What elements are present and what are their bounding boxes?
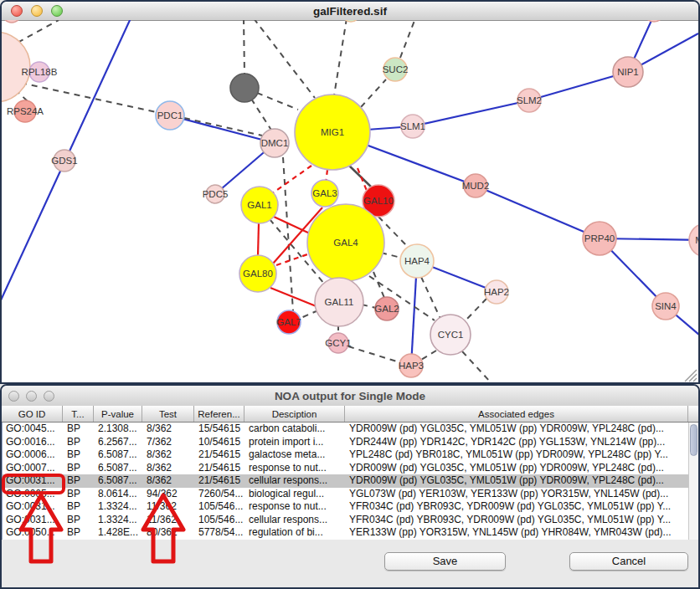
table-row[interactable]: GO:0006...BP6.5087...8/36221/54615galact… xyxy=(3,448,698,462)
graph-node-label: PDC1 xyxy=(157,110,183,120)
network-graph-canvas[interactable]: RPL18BRPS24AGDS1PDC1MIG1SUC2SLM1SLM2NIP1… xyxy=(2,20,698,382)
graph-node-label: MSN xyxy=(695,235,698,245)
graph-edge-dash[interactable] xyxy=(348,346,399,362)
graph-edge-dash[interactable] xyxy=(334,20,347,95)
save-button[interactable]: Save xyxy=(384,552,506,571)
table-cell: 80/362 xyxy=(143,526,195,540)
table-cell: 11/362 xyxy=(143,500,195,514)
traffic-lights-inactive xyxy=(8,386,54,406)
column-header[interactable]: Desciption xyxy=(244,406,345,422)
graph-edge-red[interactable] xyxy=(258,223,259,256)
zoom-button[interactable] xyxy=(51,5,63,17)
table-cell: YDR009W (pd) YGL035C, YML051W (pp) YDR00… xyxy=(346,423,689,436)
table-row[interactable]: GO:0031...BP1.3324...11/362105/546...cel… xyxy=(3,514,698,527)
graph-node-label: RPL18B xyxy=(22,67,58,77)
minimize-button[interactable] xyxy=(31,5,43,17)
graph-node-unlabeled[interactable] xyxy=(230,74,259,102)
noa-output-window: NOA output for Single Mode GO IDT...P-va… xyxy=(0,384,700,589)
graph-edge-dash[interactable] xyxy=(244,20,244,74)
graph-edge-blue[interactable] xyxy=(413,100,529,126)
table-cell: 7/362 xyxy=(143,436,195,449)
noa-window-title: NOA output for Single Mode xyxy=(275,390,425,402)
table-cell: 15/54615 xyxy=(195,423,245,436)
graph-edge-blue[interactable] xyxy=(476,186,600,238)
network-window-titlebar[interactable]: galFiltered.sif xyxy=(2,2,698,21)
graph-edge-dash[interactable] xyxy=(184,118,262,136)
table-row[interactable]: GO:0031...BP6.5087...8/36221/54615cellul… xyxy=(3,474,698,488)
column-header[interactable]: P-value xyxy=(94,406,142,422)
table-cell: response to nut... xyxy=(245,500,346,514)
graph-node-label: GAL1 xyxy=(247,200,271,210)
scrollbar-thumb[interactable] xyxy=(690,424,697,456)
table-header: GO IDT...P-valueTestReferen...Desciption… xyxy=(2,406,698,423)
graph-edge-reddash[interactable] xyxy=(269,166,311,196)
graph-edge-red[interactable] xyxy=(270,288,318,307)
graph-edge-dash[interactable] xyxy=(251,99,272,131)
graph-edge-dash[interactable] xyxy=(299,310,318,319)
table-cell: 94/362 xyxy=(143,488,195,501)
table-row[interactable]: GO:0065...BP8.0614...94/3627260/54...bio… xyxy=(3,488,698,501)
table-cell: BP xyxy=(64,462,95,475)
table-cell: BP xyxy=(64,500,95,514)
minimize-button[interactable] xyxy=(26,391,37,402)
graph-node-unlabeled[interactable] xyxy=(644,20,664,22)
table-row[interactable]: GO:0007...BP6.5087...8/36221/54615respon… xyxy=(3,462,698,475)
table-cell: 6.5087... xyxy=(95,462,143,475)
resize-grip-icon[interactable] xyxy=(689,374,697,382)
graph-edge-dash[interactable] xyxy=(283,157,293,311)
graph-node-unlabeled[interactable] xyxy=(342,20,360,22)
graph-edge-dash[interactable] xyxy=(381,253,401,258)
graph-node-label: HAP2 xyxy=(484,287,509,297)
table-cell: 8/362 xyxy=(143,448,195,462)
table-row[interactable]: GO:0016...BP6.2567...7/36210/54615protei… xyxy=(3,436,698,449)
table-cell: 21/54615 xyxy=(195,474,245,488)
graph-edge-dash[interactable] xyxy=(421,351,436,360)
table-cell: 1.3324... xyxy=(95,514,143,527)
table-cell: 105/546... xyxy=(195,514,245,527)
graph-edge-dash[interactable] xyxy=(400,20,415,58)
table-cell: galactose meta... xyxy=(245,448,346,462)
table-cell: cellular respons... xyxy=(245,514,346,527)
close-button[interactable] xyxy=(8,391,19,402)
table-cell: 7260/54... xyxy=(195,488,245,501)
graph-edge-blue[interactable] xyxy=(170,115,275,143)
graph-edge-dash[interactable] xyxy=(257,93,298,110)
column-header[interactable]: GO ID xyxy=(2,406,63,422)
graph-edge-dash[interactable] xyxy=(462,351,491,382)
resize-grip-icon[interactable] xyxy=(693,378,697,382)
close-button[interactable] xyxy=(11,5,23,17)
graph-node-label: GAL11 xyxy=(325,297,354,307)
graph-node-unlabeled[interactable] xyxy=(3,20,21,23)
table-row[interactable]: GO:0045...BP2.1308...8/36215/54615carbon… xyxy=(3,423,698,436)
table-cell: 6.5087... xyxy=(95,448,143,462)
table-cell: GO:0031... xyxy=(3,500,64,514)
table-cell: 6.5087... xyxy=(95,474,143,488)
table-cell: GO:0031... xyxy=(3,514,64,527)
table-cell: YFR034C (pd) YBR093C, YDR009W (pd) YGL03… xyxy=(346,514,689,527)
table-cell: BP xyxy=(64,423,95,436)
column-header[interactable]: Associated edges xyxy=(345,406,688,422)
vertical-scrollbar[interactable] xyxy=(688,423,698,540)
table-row[interactable]: GO:0031...BP1.3324...11/362105/546...res… xyxy=(3,500,698,514)
zoom-button[interactable] xyxy=(44,391,54,402)
graph-edge-dash[interactable] xyxy=(361,79,386,107)
graph-edge-dash[interactable] xyxy=(254,20,315,98)
column-header[interactable]: Test xyxy=(142,406,194,422)
table-cell: YFR034C (pd) YBR093C, YDR009W (pd) YGL03… xyxy=(346,500,689,514)
table-cell: BP xyxy=(64,526,95,540)
table-cell: regulation of bi... xyxy=(245,526,346,540)
noa-window-titlebar[interactable]: NOA output for Single Mode xyxy=(2,386,698,407)
graph-node-label: GAL10 xyxy=(363,196,394,206)
graph-edge-dash[interactable] xyxy=(466,299,486,320)
cancel-button[interactable]: Cancel xyxy=(569,552,688,571)
graph-node-label: DMC1 xyxy=(261,138,289,148)
table-row[interactable]: GO:0050...BP1.428E...80/3625778/54...reg… xyxy=(3,526,698,540)
screenshot-stage: galFiltered.sif RPL18BRPS24AGDS1PDC1MIG1… xyxy=(0,0,700,589)
graph-node-label: SIN4 xyxy=(655,301,677,311)
graph-node-label: SUC2 xyxy=(383,64,409,74)
graph-node-label: GAL80 xyxy=(243,269,273,279)
column-header[interactable]: T... xyxy=(63,406,94,422)
graph-node-label: CYC1 xyxy=(438,330,464,340)
graph-node-label: SLM2 xyxy=(517,95,542,105)
column-header[interactable]: Referen... xyxy=(194,406,244,422)
